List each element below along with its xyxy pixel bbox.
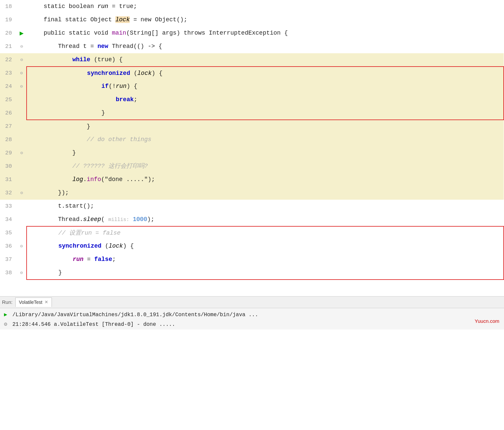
token: main bbox=[112, 30, 126, 36]
token: break bbox=[116, 96, 134, 103]
line-number: 18 bbox=[0, 0, 17, 13]
token: ("done ....."); bbox=[101, 176, 155, 183]
token bbox=[30, 70, 87, 77]
token: // 设置 bbox=[30, 230, 81, 236]
token: // do other things bbox=[29, 136, 151, 143]
token: sleep bbox=[83, 216, 101, 223]
run-cmd-line: ▶ /Library/Java/JavaVirtualMachines/jdk1… bbox=[4, 310, 500, 320]
token: final static Object bbox=[29, 16, 115, 23]
gutter-icon bbox=[17, 213, 27, 226]
run-tab[interactable]: VolatileTest ✕ bbox=[15, 298, 52, 307]
gutter-icon bbox=[17, 13, 27, 27]
gutter-icon: ▶ bbox=[17, 27, 27, 40]
code-line-content: // ?????? 这行会打印吗? bbox=[27, 160, 504, 173]
gear-icon: ⚙ bbox=[4, 322, 7, 327]
line-number: 25 bbox=[0, 93, 17, 107]
code-table: 18 static boolean run = true;19 final st… bbox=[0, 0, 504, 280]
gutter-icon bbox=[17, 253, 27, 266]
line-number: 36 bbox=[0, 240, 17, 253]
line-number: 30 bbox=[0, 160, 17, 173]
line-number: 32 bbox=[0, 186, 17, 200]
gutter-icon bbox=[17, 107, 27, 120]
editor-area: 18 static boolean run = true;19 final st… bbox=[0, 0, 504, 296]
run-panel: Run: VolatileTest ✕ ▶ /Library/Java/Java… bbox=[0, 296, 504, 329]
code-line-content: Thread.sleep( millis: 1000); bbox=[27, 213, 504, 226]
gutter-icon: ⊖ bbox=[17, 186, 27, 200]
token: public static void bbox=[29, 30, 112, 36]
token: millis: bbox=[108, 217, 129, 223]
code-line-content: log.info("done ....."); bbox=[27, 173, 504, 186]
gutter-icon bbox=[17, 200, 27, 213]
token: synchronized bbox=[87, 70, 130, 77]
gutter-icon: ⊖ bbox=[17, 240, 27, 253]
token bbox=[30, 83, 101, 90]
token: static boolean bbox=[29, 3, 97, 10]
token: // ?????? 这行会打印吗? bbox=[29, 163, 148, 169]
code-line-content: synchronized (lock) { bbox=[27, 240, 504, 253]
code-line-content: synchronized (lock) { bbox=[27, 67, 504, 80]
token: run bbox=[73, 256, 83, 263]
token: synchronized bbox=[58, 243, 101, 249]
code-line-content: run = false; bbox=[27, 253, 504, 266]
line-number: 28 bbox=[0, 133, 17, 146]
code-line-content: break; bbox=[27, 93, 504, 107]
token: = true; bbox=[108, 3, 137, 10]
gutter-icon bbox=[17, 0, 27, 13]
token: if bbox=[101, 83, 109, 90]
line-number: 20 bbox=[0, 27, 17, 40]
gutter-icon bbox=[17, 133, 27, 146]
token: while bbox=[72, 56, 90, 63]
run-output-line: ⚙ 21:28:44.546 a.VolatileTest [Thread-0]… bbox=[4, 320, 500, 329]
tab-name: VolatileTest bbox=[19, 299, 43, 306]
token bbox=[30, 96, 116, 103]
close-icon[interactable]: ✕ bbox=[45, 299, 48, 306]
line-number: 34 bbox=[0, 213, 17, 226]
line-number: 24 bbox=[0, 80, 17, 93]
token: } bbox=[30, 109, 105, 116]
line-number: 33 bbox=[0, 200, 17, 213]
token: ) { bbox=[123, 243, 134, 249]
token: = false bbox=[92, 230, 120, 236]
token: new bbox=[97, 43, 108, 50]
token: (! bbox=[109, 83, 116, 90]
gutter-icon: ⊖ bbox=[17, 80, 27, 93]
code-line-content: t.start(); bbox=[27, 200, 504, 213]
token: 1000 bbox=[133, 216, 147, 223]
token: Thread(() -> { bbox=[108, 43, 162, 50]
line-number: 29 bbox=[0, 146, 17, 160]
token bbox=[29, 176, 72, 183]
token: false bbox=[94, 256, 112, 263]
token: ; bbox=[134, 96, 137, 103]
token bbox=[29, 56, 72, 63]
token: } bbox=[29, 123, 90, 130]
code-line-content: } bbox=[27, 120, 504, 133]
token: ; bbox=[112, 256, 116, 263]
watermark: Yuucn.com bbox=[475, 317, 499, 325]
token: Thread. bbox=[29, 216, 83, 223]
line-number: 31 bbox=[0, 173, 17, 186]
token: } bbox=[30, 269, 62, 276]
line-number: 22 bbox=[0, 53, 17, 67]
token: = bbox=[83, 256, 94, 263]
line-number: 27 bbox=[0, 120, 17, 133]
token: run bbox=[116, 83, 126, 90]
play-icon[interactable]: ▶ bbox=[4, 312, 7, 318]
token: . bbox=[83, 176, 87, 183]
code-line-content: } bbox=[27, 146, 504, 160]
token: (true) { bbox=[90, 56, 123, 63]
token bbox=[30, 256, 73, 263]
gutter-icon: ⊖ bbox=[17, 53, 27, 67]
token: run bbox=[97, 3, 108, 10]
line-number: 35 bbox=[0, 226, 17, 240]
run-tab-bar: Run: VolatileTest ✕ bbox=[0, 297, 504, 308]
line-number: 21 bbox=[0, 40, 17, 53]
code-line-content: }); bbox=[27, 186, 504, 200]
token bbox=[129, 216, 133, 223]
line-number: 23 bbox=[0, 67, 17, 80]
code-line-content: if(!run) { bbox=[27, 80, 504, 93]
code-line-content: while (true) { bbox=[27, 53, 504, 67]
token: log bbox=[72, 176, 83, 183]
token: ) { bbox=[127, 83, 137, 90]
code-line-content: public static void main(String[] args) t… bbox=[27, 27, 504, 40]
token: }); bbox=[29, 189, 69, 196]
